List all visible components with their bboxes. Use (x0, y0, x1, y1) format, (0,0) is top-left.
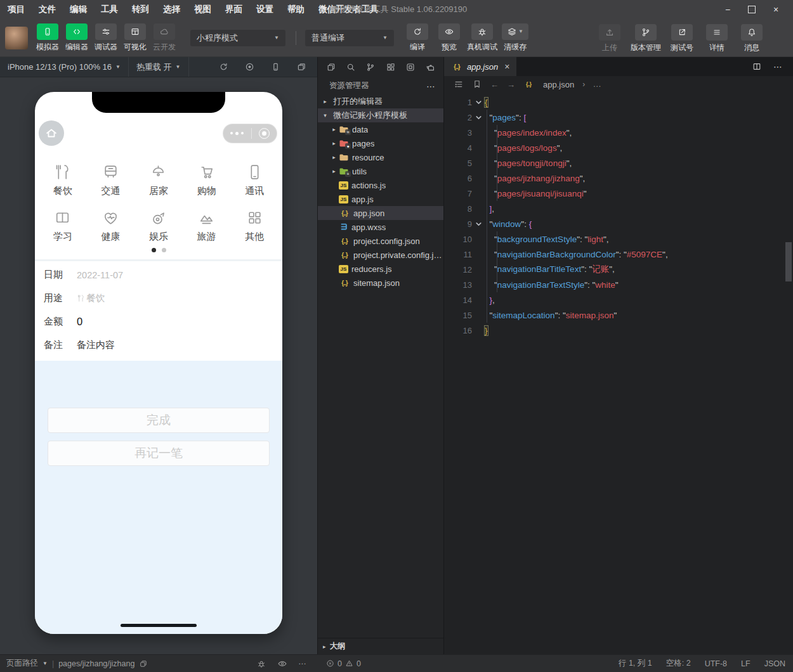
problems-indicator[interactable]: 0 0 (326, 655, 361, 672)
widget-icon[interactable] (405, 62, 416, 72)
menu-item[interactable]: 编辑 (70, 4, 87, 15)
scrollbar[interactable] (785, 242, 792, 281)
device-selector[interactable]: iPhone 12/13 (Pro) 100% 16 ▼ (0, 57, 129, 77)
compile-mode-dropdown[interactable]: 普通编译 ▼ (305, 30, 394, 46)
menu-item[interactable]: 选择 (163, 4, 180, 15)
outline-section[interactable]: ▸ 大纲 (318, 638, 443, 654)
menu-item[interactable]: 帮助 (287, 4, 305, 15)
tree-item[interactable]: {..}project.config.json (318, 234, 443, 248)
tree-item[interactable]: app.wxss (318, 220, 443, 234)
tree-item[interactable]: ▸resource (318, 150, 443, 164)
outline-list-icon[interactable] (454, 79, 464, 89)
云开发-button[interactable]: 云开发 (150, 23, 179, 53)
tree-item[interactable]: ▸●pages (318, 136, 443, 150)
record-icon[interactable] (244, 61, 255, 72)
action-button[interactable]: 再记一笔 (48, 441, 270, 466)
category-home-life[interactable]: 居家 (134, 163, 183, 197)
form-row-备注[interactable]: 备注备注内容 (35, 333, 282, 357)
status-item[interactable]: LF (741, 659, 750, 668)
action-button[interactable]: 完成 (48, 408, 270, 433)
编译-button[interactable]: 编译 (403, 23, 432, 53)
tree-item[interactable]: ▸+utils (318, 164, 443, 178)
form-row-用途[interactable]: 用途餐饮 (35, 287, 282, 310)
tree-item[interactable]: JSreducers.js (318, 262, 443, 276)
status-item[interactable]: 空格: 2 (666, 658, 691, 669)
menu-item[interactable]: 文件 (39, 4, 56, 15)
可视化-button[interactable]: 可视化 (121, 23, 150, 53)
menu-item[interactable]: 工具 (101, 4, 118, 15)
category-telecom[interactable]: 通讯 (230, 163, 279, 197)
mode-dropdown[interactable]: 小程序模式 ▼ (190, 30, 285, 46)
maximize-icon[interactable] (740, 1, 764, 18)
详情-button[interactable]: 详情 (702, 24, 731, 53)
status-item[interactable]: JSON (764, 659, 785, 668)
清缓存-button[interactable]: ▼清缓存 (501, 23, 530, 53)
tree-item[interactable]: {..}project.private.config.js... (318, 248, 443, 262)
more-icon[interactable]: ⋯ (773, 61, 783, 72)
breadcrumb-more[interactable]: ... (593, 80, 601, 89)
category-transport[interactable]: 交通 (87, 163, 135, 197)
menu-item[interactable]: 项目 (8, 4, 25, 15)
exit-icon[interactable] (259, 128, 270, 139)
hot-reload-toggle[interactable]: 热重载 开 ▼ (129, 57, 189, 77)
extensions-icon[interactable] (386, 62, 396, 72)
teapot-icon[interactable] (425, 62, 435, 72)
上传-button[interactable]: 上传 (595, 24, 624, 53)
测试号-button[interactable]: 测试号 (667, 24, 697, 53)
menu-item[interactable]: 界面 (225, 4, 242, 15)
home-button[interactable] (39, 120, 64, 146)
form-row-日期[interactable]: 日期2022-11-07 (35, 263, 282, 287)
fold-arrow[interactable] (472, 114, 485, 121)
source-control-icon[interactable] (365, 62, 376, 72)
bug-icon[interactable] (256, 659, 266, 669)
category-health[interactable]: 健康 (87, 209, 135, 243)
forward-icon[interactable]: → (507, 80, 515, 89)
消息-button[interactable]: 消息 (737, 24, 766, 53)
版本管理-button[interactable]: 版本管理 (630, 24, 662, 53)
files-icon[interactable] (326, 62, 336, 72)
status-item[interactable]: 行 1, 列 1 (619, 658, 652, 669)
form-row-金额[interactable]: 金额0 (35, 310, 282, 333)
fold-arrow[interactable] (472, 99, 485, 106)
more-actions-icon[interactable]: ⋯ (426, 81, 436, 91)
back-icon[interactable]: ← (490, 80, 499, 89)
menu-item[interactable]: 视图 (194, 4, 211, 15)
more-icon[interactable]: ⋯ (298, 659, 306, 668)
category-shopping[interactable]: 购物 (183, 163, 231, 197)
调试器-button[interactable]: 调试器 (91, 23, 121, 53)
category-entertainment[interactable]: 娱乐 (134, 209, 183, 243)
category-food[interactable]: 餐饮 (39, 163, 87, 197)
more-icon[interactable] (230, 132, 244, 135)
tree-item[interactable]: ▸打开的编辑器 (318, 94, 443, 108)
close-icon[interactable]: × (764, 1, 788, 18)
close-icon[interactable]: × (504, 61, 509, 72)
模拟器-button[interactable]: 模拟器 (33, 23, 62, 53)
search-icon[interactable] (346, 62, 356, 72)
tree-item[interactable]: JSapp.js (318, 192, 443, 206)
真机调试-button[interactable]: 真机调试 (466, 23, 498, 53)
menu-capsule[interactable] (223, 124, 277, 143)
minimize-icon[interactable]: − (716, 1, 740, 18)
avatar[interactable] (5, 27, 28, 49)
category-others[interactable]: 其他 (230, 209, 279, 243)
device-icon[interactable] (270, 61, 281, 72)
tree-item[interactable]: JSactions.js (318, 178, 443, 192)
tree-item[interactable]: ▾微信记账小程序模板 (318, 108, 443, 122)
bookmark-icon[interactable] (472, 79, 482, 89)
status-item[interactable]: UTF-8 (705, 659, 727, 668)
page-path-label[interactable]: 页面路径 (6, 658, 38, 669)
category-study[interactable]: 学习 (39, 209, 87, 243)
windows-icon[interactable] (296, 61, 307, 72)
编辑器-button[interactable]: 编辑器 (62, 23, 91, 53)
copy-icon[interactable] (139, 659, 148, 668)
menu-item[interactable]: 设置 (256, 4, 273, 15)
fold-arrow[interactable] (472, 221, 485, 228)
category-travel[interactable]: 旅游 (183, 209, 231, 243)
eye-icon[interactable] (277, 659, 287, 669)
tree-item[interactable]: ▸≡data (318, 122, 443, 136)
tab-app-json[interactable]: {..} app.json × (444, 57, 516, 76)
rotate-icon[interactable] (218, 61, 229, 72)
预览-button[interactable]: 预览 (435, 23, 464, 53)
tree-item[interactable]: {..}sitemap.json (318, 276, 443, 290)
tree-item[interactable]: {..}app.json (318, 206, 443, 220)
